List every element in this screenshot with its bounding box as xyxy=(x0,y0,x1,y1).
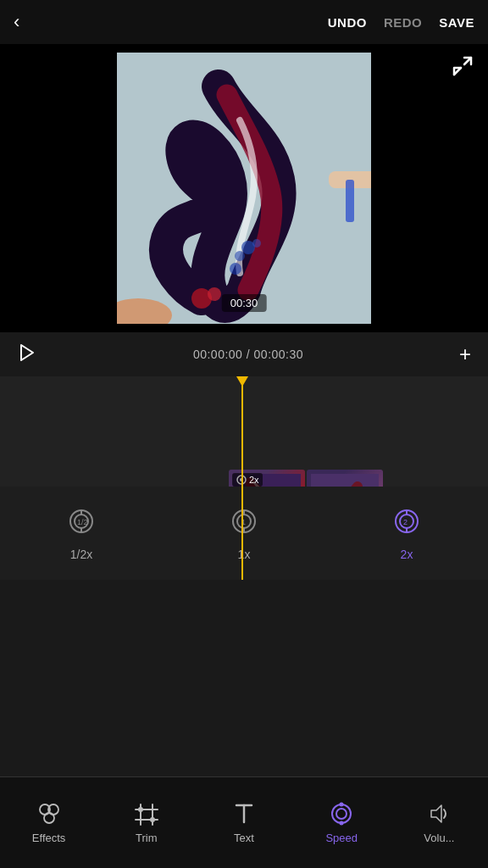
cursor-head xyxy=(236,376,248,387)
speed-badge: 2x xyxy=(232,473,263,487)
add-clip-button[interactable]: + xyxy=(459,342,471,366)
save-button[interactable]: SAVE xyxy=(439,15,474,30)
speed-one-option[interactable]: 1 1x xyxy=(163,496,325,571)
header: ‹ UNDO REDO SAVE xyxy=(0,0,488,44)
nav-text-label: Text xyxy=(234,832,254,844)
nav-trim[interactable]: Trim xyxy=(97,777,195,868)
svg-point-7 xyxy=(208,287,221,301)
trim-icon xyxy=(134,801,159,826)
svg-rect-10 xyxy=(346,180,354,222)
nav-text[interactable]: Text xyxy=(195,777,292,868)
timestamp-text: 00:30 xyxy=(230,297,258,309)
timestamp-badge: 00:30 xyxy=(222,294,267,312)
speed-half-svg: 1/2 xyxy=(66,506,97,537)
speed-one-svg: 1 xyxy=(229,506,259,537)
svg-marker-13 xyxy=(21,345,33,360)
timeline-area[interactable]: 2x 1/2 xyxy=(0,376,488,580)
video-canvas: 00:30 xyxy=(117,53,371,324)
video-preview: 00:30 xyxy=(0,44,488,332)
svg-marker-49 xyxy=(431,805,441,822)
video-art xyxy=(117,53,371,324)
nav-effects-label: Effects xyxy=(32,832,66,844)
svg-point-36 xyxy=(44,813,54,823)
svg-point-48 xyxy=(340,821,344,826)
svg-point-46 xyxy=(336,809,347,819)
timeline-cursor[interactable] xyxy=(241,376,243,580)
expand-icon xyxy=(451,54,474,78)
speed-two-icon: 2 xyxy=(391,506,422,542)
speed-two-option[interactable]: 2 2x xyxy=(325,496,488,571)
speed-half-option[interactable]: 1/2 1/2x xyxy=(0,496,163,571)
nav-speed[interactable]: Speed xyxy=(293,777,391,868)
nav-effects[interactable]: Effects xyxy=(0,777,97,868)
speed-nav-icon xyxy=(329,801,354,826)
volume-icon xyxy=(426,801,452,826)
svg-text:2: 2 xyxy=(403,518,408,526)
nav-trim-label: Trim xyxy=(136,832,158,844)
play-button[interactable] xyxy=(17,342,37,367)
speed-two-label: 2x xyxy=(401,548,413,561)
nav-volume[interactable]: Volu... xyxy=(391,777,488,868)
bottom-nav: Effects Trim Text Speed xyxy=(0,776,488,868)
svg-point-42 xyxy=(150,817,155,822)
svg-point-45 xyxy=(332,804,351,823)
text-icon xyxy=(231,801,257,826)
speed-half-icon: 1/2 xyxy=(66,506,97,542)
nav-speed-label: Speed xyxy=(325,832,358,844)
effects-icon xyxy=(36,801,62,826)
svg-text:1/2: 1/2 xyxy=(77,518,88,526)
svg-point-41 xyxy=(138,807,143,812)
nav-volume-label: Volu... xyxy=(424,832,454,844)
svg-point-4 xyxy=(252,239,261,248)
svg-point-47 xyxy=(340,803,344,807)
svg-point-5 xyxy=(230,263,241,275)
speed-one-icon: 1 xyxy=(229,506,259,542)
back-button[interactable]: ‹ xyxy=(14,11,19,33)
svg-point-3 xyxy=(235,251,245,261)
redo-button[interactable]: REDO xyxy=(384,15,422,30)
speed-half-label: 1/2x xyxy=(70,548,92,561)
time-display: 00:00:00 / 00:00:30 xyxy=(193,348,303,361)
expand-button[interactable] xyxy=(451,54,474,83)
speed-selector: 1/2 1/2x 1 1x xyxy=(0,487,488,580)
play-icon xyxy=(17,342,37,363)
speed-one-label: 1x xyxy=(238,548,251,561)
header-actions: UNDO REDO SAVE xyxy=(328,15,474,30)
undo-button[interactable]: UNDO xyxy=(328,15,367,30)
playback-bar: 00:00:00 / 00:00:30 + xyxy=(0,332,488,376)
speed-two-svg: 2 xyxy=(391,506,422,537)
